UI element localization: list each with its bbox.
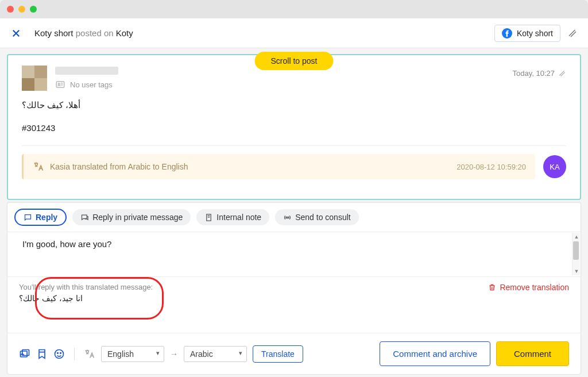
reply-panel: Reply Reply in private message Internal … (7, 202, 581, 375)
stripes-small-icon (558, 70, 566, 78)
breadcrumb: Koty short posted on Koty (34, 28, 133, 38)
comment-button[interactable]: Comment (496, 341, 569, 366)
svg-point-7 (57, 352, 59, 353)
facebook-icon (502, 28, 512, 39)
topbar: Koty short posted on Koty Koty short (0, 18, 588, 48)
divider (22, 145, 566, 146)
post-timestamp-text: Today, 10:27 (513, 69, 555, 78)
facebook-chip-label: Koty short (517, 29, 553, 38)
scroll-thumb[interactable] (573, 241, 579, 260)
stripes-icon[interactable] (567, 28, 578, 39)
bookmark-icon[interactable] (36, 348, 48, 360)
scroll-down-icon[interactable]: ▼ (572, 267, 581, 275)
post-reference: #301243 (22, 123, 566, 133)
remove-translation-button[interactable]: Remove translation (488, 283, 569, 292)
translation-preview: You'll reply with this translated messag… (7, 276, 581, 322)
tab-private-label: Reply in private message (92, 213, 183, 222)
svg-point-2 (58, 83, 60, 85)
no-user-tags-text: No user tags (70, 80, 113, 89)
post-timestamp: Today, 10:27 (513, 69, 566, 78)
comment-icon (24, 213, 32, 222)
editor-scrollbar[interactable]: ▲ ▼ (572, 233, 580, 275)
tab-consult-label: Send to consult (295, 213, 351, 222)
tab-reply[interactable]: Reply (14, 209, 67, 226)
svg-point-3 (287, 217, 288, 218)
scroll-to-post-button[interactable]: Scroll to post (255, 52, 334, 70)
window-titlebar (0, 0, 588, 18)
gallery-icon[interactable] (19, 348, 30, 360)
translation-preview-label: You'll reply with this translated messag… (19, 283, 153, 291)
breadcrumb-source: Koty short (34, 28, 74, 38)
svg-point-8 (60, 352, 61, 353)
translation-event-text: Kasia translated from Arabic to English (50, 162, 188, 171)
reply-tabs: Reply Reply in private message Internal … (7, 203, 581, 232)
id-badge-icon (55, 79, 65, 90)
translate-icon (33, 161, 44, 172)
arrow-right-icon: → (170, 349, 178, 359)
translation-event-time: 2020-08-12 10:59:20 (457, 163, 526, 171)
comment-and-archive-button[interactable]: Comment and archive (380, 341, 490, 366)
user-name-redacted (55, 67, 118, 75)
window-minimize-icon[interactable] (18, 6, 25, 13)
post-body-arabic: أهلا، كيف حالك؟ (22, 100, 566, 110)
reply-footer: English → Arabic Translate Comment and a… (7, 333, 581, 374)
stage: Scroll to post Today, 10:27 No user tags… (0, 48, 588, 377)
translator-avatar: KA (543, 155, 566, 178)
close-panel-button[interactable] (10, 28, 22, 39)
user-tags-row: No user tags (55, 79, 118, 90)
translation-preview-arabic: انا جيد، كيف حالك؟ (19, 294, 153, 303)
breadcrumb-mid: posted on (74, 28, 116, 38)
language-from-select[interactable]: English (101, 346, 164, 362)
window-close-icon[interactable] (7, 6, 14, 13)
tab-internal-label: Internal note (216, 213, 261, 222)
emoji-icon[interactable] (53, 348, 65, 360)
translation-event-row: Kasia translated from Arabic to English … (22, 154, 566, 179)
post-card: Today, 10:27 No user tags أهلا، كيف حالك… (7, 54, 581, 200)
tab-reply-label: Reply (36, 213, 57, 222)
translation-event-box: Kasia translated from Arabic to English … (22, 154, 535, 179)
footer-separator (74, 348, 75, 360)
reply-editor[interactable]: I'm good, how are you? (7, 232, 581, 276)
window-zoom-icon[interactable] (30, 6, 37, 13)
note-icon (204, 213, 213, 222)
tab-private-message[interactable]: Reply in private message (72, 209, 191, 225)
facebook-source-chip[interactable]: Koty short (494, 25, 560, 42)
translate-button[interactable]: Translate (253, 345, 303, 363)
tab-send-consult[interactable]: Send to consult (275, 209, 359, 225)
avatar (22, 66, 47, 91)
breadcrumb-target: Koty (116, 28, 133, 38)
private-message-icon (80, 213, 89, 222)
trash-icon (488, 283, 496, 291)
remove-translation-label: Remove translation (500, 283, 569, 292)
svg-rect-1 (56, 82, 64, 88)
translate-footer-icon (84, 348, 95, 360)
scroll-up-icon[interactable]: ▲ (572, 233, 581, 241)
svg-point-6 (55, 349, 64, 358)
broadcast-icon (283, 213, 292, 222)
tab-internal-note[interactable]: Internal note (196, 209, 269, 225)
language-to-select[interactable]: Arabic (184, 346, 247, 362)
